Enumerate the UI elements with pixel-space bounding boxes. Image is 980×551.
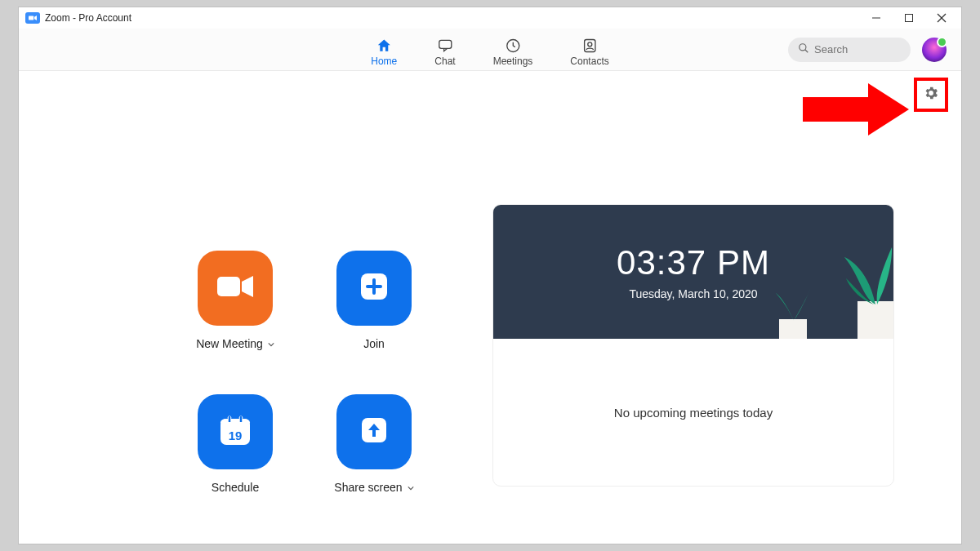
plant-decoration-small-icon [769, 282, 815, 339]
calendar-day-number: 19 [229, 428, 243, 442]
chat-icon [437, 38, 453, 54]
share-screen-label: Share screen [334, 481, 402, 494]
tab-meetings-label: Meetings [493, 56, 533, 67]
search-icon [798, 42, 809, 57]
tab-home[interactable]: Home [371, 33, 397, 67]
svg-point-9 [800, 43, 806, 50]
tab-chat-label: Chat [434, 56, 455, 67]
contacts-icon [581, 38, 598, 54]
schedule-label: Schedule [212, 481, 259, 494]
settings-button[interactable] [919, 82, 943, 107]
join-button[interactable]: Join [305, 251, 443, 350]
svg-rect-11 [217, 277, 240, 296]
maximize-button[interactable] [893, 7, 925, 29]
tab-contacts-label: Contacts [570, 56, 608, 67]
search-input[interactable] [814, 43, 901, 56]
join-label: Join [363, 337, 385, 350]
home-icon [376, 38, 392, 54]
action-tiles: New Meeting Join [166, 251, 443, 494]
plus-icon [358, 270, 390, 306]
svg-rect-2 [906, 15, 913, 22]
current-time: 03:37 PM [617, 243, 770, 282]
current-date: Tuesday, March 10, 2020 [629, 287, 757, 300]
no-meetings-message: No upcoming meetings today [614, 406, 773, 420]
new-meeting-label: New Meeting [196, 337, 263, 350]
schedule-button[interactable]: 19 Schedule [166, 394, 305, 494]
new-meeting-button[interactable]: New Meeting [166, 251, 305, 350]
svg-rect-0 [29, 16, 33, 20]
top-navbar: Home Chat Meetings Contacts [19, 29, 961, 71]
window-title: Zoom - Pro Account [45, 12, 131, 24]
annotation-arrow [803, 81, 909, 138]
tab-home-label: Home [371, 56, 397, 67]
chevron-down-icon [268, 337, 274, 350]
arrow-up-icon [358, 414, 390, 450]
tab-contacts[interactable]: Contacts [570, 33, 608, 67]
svg-point-8 [588, 42, 592, 46]
gear-icon [923, 85, 939, 104]
share-screen-button[interactable]: Share screen [305, 394, 443, 494]
svg-rect-16 [220, 419, 250, 426]
minimize-button[interactable] [860, 7, 893, 29]
info-card: 03:37 PM Tuesday, March 10, 2020 No upco… [492, 204, 894, 487]
avatar[interactable] [922, 38, 947, 62]
zoom-app-icon [25, 12, 40, 24]
main-content: New Meeting Join [19, 71, 961, 544]
svg-rect-5 [439, 40, 451, 48]
svg-line-10 [805, 49, 808, 52]
svg-rect-7 [584, 39, 595, 51]
titlebar: Zoom - Pro Account [19, 7, 961, 29]
clock-icon [505, 38, 521, 54]
tab-meetings[interactable]: Meetings [493, 33, 533, 67]
app-window: Zoom - Pro Account Home Chat [18, 7, 962, 544]
svg-rect-22 [858, 301, 893, 339]
video-icon [217, 274, 253, 302]
clock-hero: 03:37 PM Tuesday, March 10, 2020 [493, 205, 893, 339]
tab-chat[interactable]: Chat [434, 33, 455, 67]
svg-rect-23 [779, 319, 807, 339]
upcoming-meetings-panel: No upcoming meetings today [493, 339, 893, 486]
chevron-down-icon [408, 481, 414, 494]
close-button[interactable] [925, 7, 958, 29]
search-box[interactable] [788, 38, 911, 62]
nav-tabs: Home Chat Meetings Contacts [371, 29, 608, 70]
